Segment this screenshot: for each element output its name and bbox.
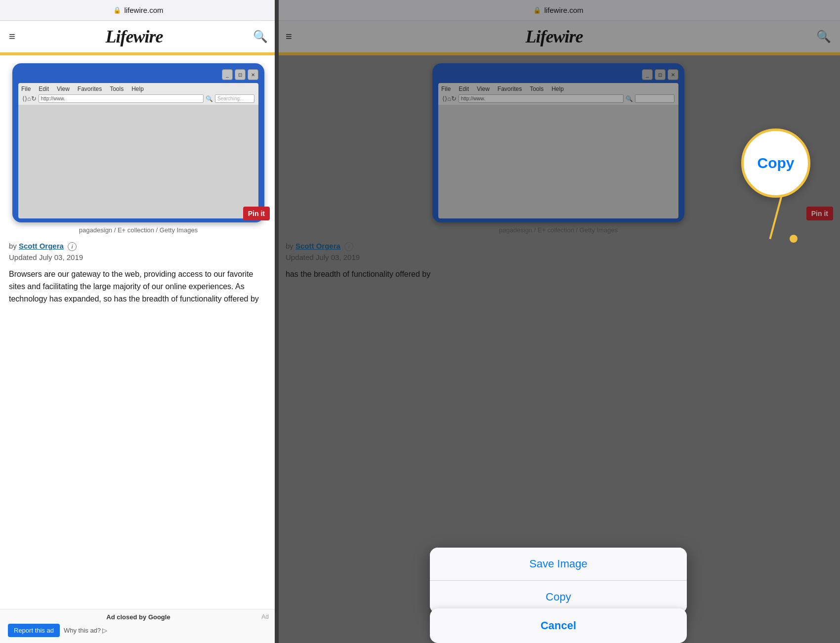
left-content-area: _ ⊡ ✕ File Edit View Favorites Tools Hel… xyxy=(0,55,277,643)
right-byline: by Scott Orgera i xyxy=(286,242,831,251)
search-box[interactable]: Searching... xyxy=(215,94,254,103)
right-url: lifewire.com xyxy=(544,6,583,14)
nav-arrows: ⟨⟩⌂↻ xyxy=(22,95,37,102)
copy-circle-label: Copy xyxy=(741,129,810,198)
right-nav-bar: ≡ Lifewire 🔍 xyxy=(277,21,840,52)
left-ad-footer: Ad Ad closed by Google Report this ad Wh… xyxy=(0,609,277,643)
win-btn-max: ⊡ xyxy=(235,69,246,80)
right-menu-tools: Tools xyxy=(530,86,544,92)
copy-callout-dot xyxy=(790,235,798,243)
left-hamburger-icon[interactable]: ≡ xyxy=(9,31,15,42)
right-search-box[interactable] xyxy=(635,94,674,103)
left-search-icon[interactable]: 🔍 xyxy=(253,30,268,43)
right-article-meta: by Scott Orgera i Updated July 03, 2019 xyxy=(277,237,840,263)
context-menu-save-image[interactable]: Save Image xyxy=(430,548,687,581)
right-logo[interactable]: Lifewire xyxy=(525,26,583,47)
right-lock-icon: 🔒 xyxy=(533,6,541,14)
right-menu-view: View xyxy=(477,86,490,92)
search-magnify: 🔍 xyxy=(206,95,213,102)
left-ad-actions: Report this ad Why this ad? ▷ xyxy=(8,624,269,637)
left-article-body: Browsers are our gateway to the web, pro… xyxy=(0,263,277,310)
right-menu-help: Help xyxy=(551,86,564,92)
browser-viewport xyxy=(18,105,258,218)
right-image-caption: pagadesign / E+ collection / Getty Image… xyxy=(277,222,840,237)
right-author-link[interactable]: Scott Orgera xyxy=(295,242,340,250)
left-browser-bar: 🔒 lifewire.com xyxy=(0,0,277,21)
right-search-magnify: 🔍 xyxy=(626,95,633,102)
right-address-input[interactable]: http://www. xyxy=(459,94,624,103)
right-info-icon[interactable]: i xyxy=(344,242,353,251)
right-win-btn-max: ⊡ xyxy=(655,69,666,80)
why-this-ad-button[interactable]: Why this ad? ▷ xyxy=(64,627,107,634)
right-search-icon[interactable]: 🔍 xyxy=(816,30,831,43)
pin-it-button[interactable]: Pin it xyxy=(243,207,270,220)
menu-help: Help xyxy=(131,86,144,92)
menu-favorites: Favorites xyxy=(78,86,102,92)
left-updated: Updated July 03, 2019 xyxy=(9,253,268,261)
right-article-body-partial: has the breadth of functionality offered… xyxy=(277,263,840,286)
right-menu-file: File xyxy=(441,86,451,92)
copy-callout: Copy xyxy=(741,129,810,198)
right-menu-edit: Edit xyxy=(459,86,469,92)
right-nav-arrows: ⟨⟩⌂↻ xyxy=(442,95,457,102)
right-menu-favorites: Favorites xyxy=(498,86,522,92)
menu-view: View xyxy=(57,86,70,92)
right-browser-illustration: _ ⊡ ✕ File Edit View Favorites Tools Hel… xyxy=(432,63,684,222)
menu-tools: Tools xyxy=(110,86,124,92)
left-panel: 🔒 lifewire.com ≡ Lifewire 🔍 _ ⊡ ✕ xyxy=(0,0,277,643)
cancel-button[interactable]: Cancel xyxy=(430,608,687,643)
panel-divider xyxy=(275,0,279,643)
menu-file: File xyxy=(21,86,31,92)
left-nav-bar: ≡ Lifewire 🔍 xyxy=(0,21,277,52)
left-browser-illustration: _ ⊡ ✕ File Edit View Favorites Tools Hel… xyxy=(12,63,264,222)
right-updated: Updated July 03, 2019 xyxy=(286,253,831,261)
left-info-icon[interactable]: i xyxy=(68,242,77,251)
left-author-link[interactable]: Scott Orgera xyxy=(19,242,64,250)
address-input[interactable]: http://www. xyxy=(39,94,204,103)
context-menu[interactable]: Save Image Copy xyxy=(430,548,687,613)
left-lock-icon: 🔒 xyxy=(113,6,121,14)
report-ad-button[interactable]: Report this ad xyxy=(8,624,60,637)
left-ad-closed: Ad closed by Google xyxy=(8,613,269,621)
win-btn-min: _ xyxy=(222,69,233,80)
left-article-meta: by Scott Orgera i Updated July 03, 2019 xyxy=(0,237,277,263)
cancel-btn-container: Cancel xyxy=(430,608,687,643)
win-btn-close: ✕ xyxy=(248,69,258,80)
left-url: lifewire.com xyxy=(124,6,163,14)
left-ad-label: Ad xyxy=(261,613,269,620)
right-hamburger-icon[interactable]: ≡ xyxy=(286,31,292,42)
right-panel: 🔒 lifewire.com ≡ Lifewire 🔍 _ ⊡ ✕ xyxy=(277,0,840,643)
left-image-caption: pagadesign / E+ collection / Getty Image… xyxy=(0,222,277,237)
right-win-btn-close: ✕ xyxy=(668,69,678,80)
right-pin-it-button[interactable]: Pin it xyxy=(806,207,833,220)
left-logo[interactable]: Lifewire xyxy=(105,26,163,47)
menu-edit: Edit xyxy=(39,86,49,92)
right-browser-bar: 🔒 lifewire.com xyxy=(277,0,840,21)
right-win-btn-min: _ xyxy=(642,69,653,80)
right-browser-viewport xyxy=(438,105,678,218)
left-byline: by Scott Orgera i xyxy=(9,242,268,251)
